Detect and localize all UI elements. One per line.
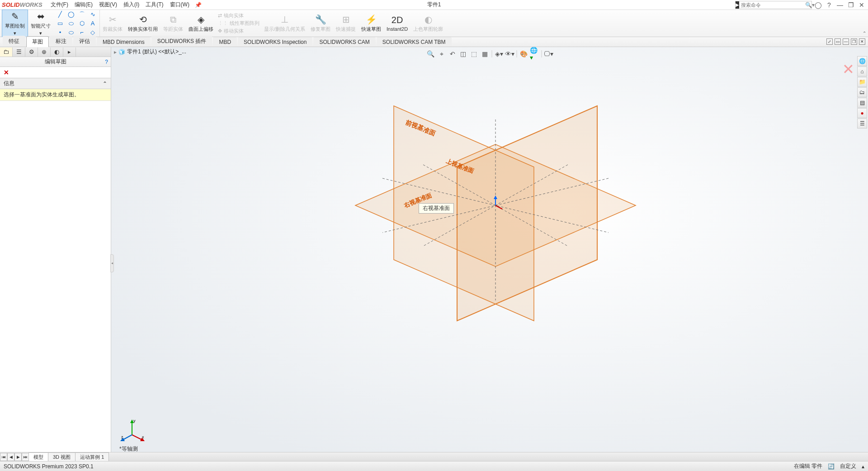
panel-tab-dim[interactable]: ⊕: [38, 48, 51, 57]
close-button[interactable]: ✕: [857, 1, 866, 9]
bottom-tab-motion[interactable]: 运动算例 1: [75, 452, 109, 461]
slot-tool[interactable]: ⬭: [66, 20, 76, 27]
minimize-button[interactable]: —: [835, 1, 844, 9]
tab-mbd[interactable]: MBD: [213, 37, 237, 47]
panel-splitter[interactable]: ◂: [110, 254, 114, 272]
display-relations-button[interactable]: ⊥显示/删除几何关系: [261, 13, 308, 33]
exit-sketch-button[interactable]: ✕: [842, 61, 854, 78]
shaded-contour-button[interactable]: ◐上色草图轮廓: [410, 13, 446, 33]
file-explorer-icon[interactable]: 🗂: [857, 87, 867, 97]
menu-edit[interactable]: 编辑(E): [72, 0, 95, 10]
status-menu-icon[interactable]: ▴: [862, 463, 864, 470]
menu-insert[interactable]: 插入(I): [121, 0, 142, 10]
hide-show-icon[interactable]: ◈▾: [494, 49, 504, 59]
tab-last-icon[interactable]: ⏭: [22, 453, 29, 461]
tab-next-icon[interactable]: ▶: [14, 453, 22, 461]
sketch-button[interactable]: ✎ 草图绘制 ▾: [2, 10, 28, 38]
view-settings-icon[interactable]: 🌐▾: [530, 49, 540, 59]
help-icon[interactable]: ?: [825, 1, 834, 9]
search-box[interactable]: ▶ 🔍 ▾: [735, 1, 812, 9]
section-view-icon[interactable]: ◫: [458, 49, 468, 59]
tab-cam-tbm[interactable]: SOLIDWORKS CAM TBM: [377, 37, 452, 47]
display-style-icon[interactable]: ▦: [480, 49, 490, 59]
design-library-icon[interactable]: 📁: [857, 77, 867, 87]
rectangle-tool[interactable]: ▭: [55, 20, 65, 27]
menu-file[interactable]: 文件(F): [48, 0, 71, 10]
polygon-tool[interactable]: ⬡: [77, 20, 87, 27]
restore-button[interactable]: ❐: [846, 1, 855, 9]
previous-view-icon[interactable]: ↶: [448, 49, 458, 59]
reference-planes[interactable]: 前视基准面 上视基准面 右视基准面: [283, 74, 654, 364]
tab-mbd-dimensions[interactable]: MBD Dimensions: [97, 37, 151, 47]
appearances-icon[interactable]: ●: [857, 108, 867, 118]
collapse-icon[interactable]: ⌃: [103, 81, 107, 87]
doc-window-icon[interactable]: ▭: [835, 38, 841, 45]
doc-restore-icon[interactable]: ❐: [851, 38, 857, 45]
instant2d-button[interactable]: 2DInstant2D: [384, 14, 410, 33]
tab-addins[interactable]: SOLIDWORKS 插件: [151, 36, 212, 47]
status-custom[interactable]: 自定义: [840, 462, 856, 470]
user-icon[interactable]: ◯: [814, 1, 823, 9]
smart-dimension-button[interactable]: ⬌ 智能尺寸 ▾: [28, 10, 53, 37]
orientation-triad[interactable]: yxz: [119, 417, 146, 444]
home-tab-icon[interactable]: ⌂: [857, 67, 867, 76]
arc-tool[interactable]: ⌒: [77, 10, 87, 19]
doc-close-icon[interactable]: ✕: [859, 38, 865, 45]
search-magnifier-icon[interactable]: 🔍: [805, 2, 812, 8]
offset-button[interactable]: ⧉等距实体: [160, 14, 186, 33]
pin-icon[interactable]: 📌: [195, 2, 202, 8]
menu-window[interactable]: 窗口(W): [167, 0, 192, 10]
offset-surface-button[interactable]: ◈曲面上偏移: [186, 13, 216, 33]
rapid-sketch-button[interactable]: ⚡快速草图: [359, 13, 384, 33]
circle-tool[interactable]: ◯: [66, 11, 76, 18]
linear-pattern-button[interactable]: 线性草图阵列: [230, 20, 259, 27]
line-tool[interactable]: ╱: [55, 11, 65, 18]
resources-tab-icon[interactable]: 🌐: [857, 56, 867, 66]
edit-appearance-icon[interactable]: 👁▾: [505, 49, 515, 59]
fillet-tool[interactable]: ⌐: [77, 29, 87, 36]
view-palette-icon[interactable]: ▤: [857, 98, 867, 108]
convert-button[interactable]: ⟲转换实体引用: [125, 13, 160, 33]
tab-evaluate[interactable]: 评估: [73, 36, 96, 47]
tab-inspection[interactable]: SOLIDWORKS Inspection: [238, 37, 312, 47]
panel-tab-display[interactable]: ◐: [51, 48, 63, 57]
panel-tab-more[interactable]: ▸: [63, 48, 76, 57]
cancel-button[interactable]: ✕: [4, 69, 9, 76]
point-tool[interactable]: •: [55, 29, 65, 36]
ellipse-tool[interactable]: ⬭: [66, 29, 76, 36]
doc-minimize-icon[interactable]: —: [843, 38, 849, 45]
text-tool[interactable]: A: [88, 20, 98, 27]
panel-tab-property[interactable]: ☰: [13, 48, 25, 57]
screen-icon[interactable]: 🖵▾: [544, 49, 554, 59]
graphics-viewport[interactable]: 🔍 ⌖ ↶ ◫ ⬚ ▦ ◈▾ 👁▾ 🎨 🌐▾ 🖵▾ ✕ 🌐 ⌂ 📁 🗂 ▤ ● …: [111, 47, 868, 461]
bottom-tab-3dview[interactable]: 3D 视图: [48, 452, 75, 461]
tab-sketch[interactable]: 草图: [26, 36, 49, 47]
menu-view[interactable]: 视图(V): [96, 0, 120, 10]
apply-scene-icon[interactable]: 🎨: [519, 49, 529, 59]
repair-sketch-button[interactable]: 🔧修复草图: [308, 13, 333, 33]
zoom-fit-icon[interactable]: 🔍: [426, 49, 436, 59]
tab-first-icon[interactable]: ⏮: [0, 453, 7, 461]
tab-feature[interactable]: 特征: [3, 36, 25, 47]
breadcrumb-expand-icon[interactable]: ▸: [114, 49, 117, 55]
panel-tab-config[interactable]: ⚙: [25, 48, 38, 57]
status-rebuild-icon[interactable]: 🔄: [828, 463, 835, 470]
panel-tab-feature-tree[interactable]: 🗀: [0, 48, 13, 57]
custom-props-icon[interactable]: ☰: [857, 119, 867, 128]
search-input[interactable]: [739, 2, 805, 8]
tab-cam[interactable]: SOLIDWORKS CAM: [313, 37, 375, 47]
menu-tools[interactable]: 工具(T): [143, 0, 166, 10]
tab-annotate[interactable]: 标注: [50, 36, 72, 47]
trim-button[interactable]: ✂剪裁实体: [100, 13, 125, 33]
panel-help-icon[interactable]: ?: [105, 59, 108, 65]
spline-tool[interactable]: ∿: [88, 11, 98, 18]
bottom-tab-model[interactable]: 模型: [28, 452, 48, 461]
collapse-ribbon-icon[interactable]: ⌃: [863, 31, 866, 36]
breadcrumb-text[interactable]: 零件1 (默认) <<默认>_...: [127, 48, 186, 56]
tab-prev-icon[interactable]: ◀: [7, 453, 14, 461]
plane-tool[interactable]: ◇: [88, 29, 98, 36]
quick-snap-button[interactable]: ⊞快速捕捉: [333, 13, 359, 33]
zoom-area-icon[interactable]: ⌖: [437, 49, 447, 59]
doc-expand-icon[interactable]: ⤢: [826, 38, 833, 45]
right-plane[interactable]: [457, 106, 597, 321]
